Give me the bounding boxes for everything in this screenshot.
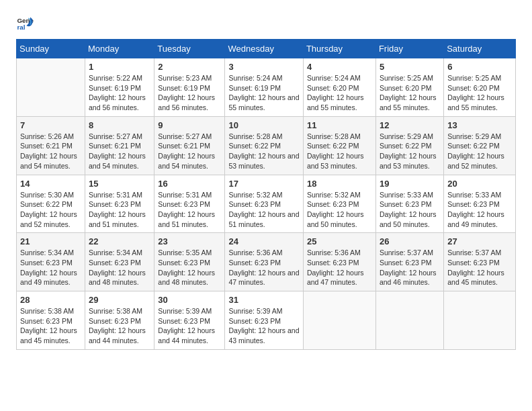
day-cell [375,291,443,350]
day-cell: 28Sunrise: 5:38 AMSunset: 6:23 PMDayligh… [17,291,85,350]
week-row-3: 14Sunrise: 5:30 AMSunset: 6:22 PMDayligh… [17,175,516,233]
day-cell: 16Sunrise: 5:31 AMSunset: 6:23 PMDayligh… [154,175,225,233]
day-info: Sunrise: 5:24 AMSunset: 6:20 PMDaylight:… [307,73,372,113]
day-info: Sunrise: 5:28 AMSunset: 6:22 PMDaylight:… [228,132,299,171]
day-cell [444,291,516,350]
day-number: 12 [380,120,440,130]
day-cell: 12Sunrise: 5:29 AMSunset: 6:22 PMDayligh… [375,116,443,175]
day-info: Sunrise: 5:27 AMSunset: 6:21 PMDaylight:… [158,132,221,171]
day-cell: 2Sunrise: 5:23 AMSunset: 6:19 PMDaylight… [154,58,225,117]
page-header: Gene ral [16,13,516,32]
day-cell: 27Sunrise: 5:37 AMSunset: 6:23 PMDayligh… [444,233,516,291]
day-cell: 25Sunrise: 5:36 AMSunset: 6:23 PMDayligh… [303,233,375,291]
day-info: Sunrise: 5:32 AMSunset: 6:23 PMDaylight:… [228,190,299,230]
day-number: 17 [228,179,299,189]
day-number: 30 [158,295,221,305]
day-info: Sunrise: 5:34 AMSunset: 6:23 PMDaylight:… [20,248,81,287]
day-cell: 20Sunrise: 5:33 AMSunset: 6:23 PMDayligh… [444,175,516,233]
day-info: Sunrise: 5:33 AMSunset: 6:23 PMDaylight:… [380,190,440,230]
column-header-wednesday: Wednesday [225,40,303,58]
column-header-thursday: Thursday [303,40,375,58]
day-cell: 1Sunrise: 5:22 AMSunset: 6:19 PMDaylight… [85,58,154,117]
day-cell: 8Sunrise: 5:27 AMSunset: 6:21 PMDaylight… [85,116,154,175]
week-row-2: 7Sunrise: 5:26 AMSunset: 6:21 PMDaylight… [17,116,516,175]
day-cell: 26Sunrise: 5:37 AMSunset: 6:23 PMDayligh… [375,233,443,291]
day-info: Sunrise: 5:36 AMSunset: 6:23 PMDaylight:… [307,248,372,287]
day-cell: 21Sunrise: 5:34 AMSunset: 6:23 PMDayligh… [17,233,85,291]
day-info: Sunrise: 5:25 AMSunset: 6:20 PMDaylight:… [380,73,440,113]
day-cell: 19Sunrise: 5:33 AMSunset: 6:23 PMDayligh… [375,175,443,233]
day-number: 18 [307,179,372,189]
week-row-4: 21Sunrise: 5:34 AMSunset: 6:23 PMDayligh… [17,233,516,291]
day-info: Sunrise: 5:39 AMSunset: 6:23 PMDaylight:… [228,306,299,346]
day-cell: 15Sunrise: 5:31 AMSunset: 6:23 PMDayligh… [85,175,154,233]
day-info: Sunrise: 5:34 AMSunset: 6:23 PMDaylight:… [89,248,150,287]
day-info: Sunrise: 5:27 AMSunset: 6:21 PMDaylight:… [89,132,150,171]
column-header-sunday: Sunday [17,40,85,58]
day-number: 28 [20,295,81,305]
day-number: 11 [307,120,372,130]
day-number: 15 [89,179,150,189]
day-number: 5 [380,62,440,72]
day-cell: 13Sunrise: 5:29 AMSunset: 6:22 PMDayligh… [444,116,516,175]
svg-text:ral: ral [17,24,25,31]
day-number: 24 [228,236,299,246]
day-number: 7 [20,120,81,130]
day-info: Sunrise: 5:28 AMSunset: 6:22 PMDaylight:… [307,132,372,171]
day-info: Sunrise: 5:35 AMSunset: 6:23 PMDaylight:… [158,248,221,287]
day-cell: 31Sunrise: 5:39 AMSunset: 6:23 PMDayligh… [225,291,303,350]
day-cell: 5Sunrise: 5:25 AMSunset: 6:20 PMDaylight… [375,58,443,117]
day-number: 10 [228,120,299,130]
day-info: Sunrise: 5:22 AMSunset: 6:19 PMDaylight:… [89,73,150,113]
column-header-tuesday: Tuesday [154,40,225,58]
day-cell: 18Sunrise: 5:32 AMSunset: 6:23 PMDayligh… [303,175,375,233]
day-number: 21 [20,236,81,246]
day-info: Sunrise: 5:25 AMSunset: 6:20 PMDaylight:… [447,73,512,113]
day-cell: 7Sunrise: 5:26 AMSunset: 6:21 PMDaylight… [17,116,85,175]
day-cell [17,58,85,117]
day-cell: 23Sunrise: 5:35 AMSunset: 6:23 PMDayligh… [154,233,225,291]
day-number: 26 [380,236,440,246]
day-info: Sunrise: 5:33 AMSunset: 6:23 PMDaylight:… [447,190,512,230]
header-row: SundayMondayTuesdayWednesdayThursdayFrid… [17,40,516,58]
day-cell: 10Sunrise: 5:28 AMSunset: 6:22 PMDayligh… [225,116,303,175]
day-info: Sunrise: 5:32 AMSunset: 6:23 PMDaylight:… [307,190,372,230]
day-cell: 22Sunrise: 5:34 AMSunset: 6:23 PMDayligh… [85,233,154,291]
day-number: 1 [89,62,150,72]
day-info: Sunrise: 5:38 AMSunset: 6:23 PMDaylight:… [89,306,150,346]
day-cell: 24Sunrise: 5:36 AMSunset: 6:23 PMDayligh… [225,233,303,291]
day-number: 27 [447,236,512,246]
day-number: 31 [228,295,299,305]
day-number: 4 [307,62,372,72]
day-info: Sunrise: 5:29 AMSunset: 6:22 PMDaylight:… [380,132,440,171]
day-number: 3 [228,62,299,72]
day-cell: 14Sunrise: 5:30 AMSunset: 6:22 PMDayligh… [17,175,85,233]
day-number: 14 [20,179,81,189]
calendar-table: SundayMondayTuesdayWednesdayThursdayFrid… [16,39,516,350]
day-number: 2 [158,62,221,72]
day-number: 8 [89,120,150,130]
day-info: Sunrise: 5:31 AMSunset: 6:23 PMDaylight:… [158,190,221,230]
day-info: Sunrise: 5:39 AMSunset: 6:23 PMDaylight:… [158,306,221,346]
day-cell: 3Sunrise: 5:24 AMSunset: 6:19 PMDaylight… [225,58,303,117]
day-info: Sunrise: 5:37 AMSunset: 6:23 PMDaylight:… [380,248,440,287]
day-info: Sunrise: 5:26 AMSunset: 6:21 PMDaylight:… [20,132,81,171]
day-cell: 11Sunrise: 5:28 AMSunset: 6:22 PMDayligh… [303,116,375,175]
column-header-friday: Friday [375,40,443,58]
column-header-monday: Monday [85,40,154,58]
week-row-5: 28Sunrise: 5:38 AMSunset: 6:23 PMDayligh… [17,291,516,350]
day-number: 23 [158,236,221,246]
day-number: 29 [89,295,150,305]
day-number: 13 [447,120,512,130]
column-header-saturday: Saturday [444,40,516,58]
day-number: 25 [307,236,372,246]
day-number: 22 [89,236,150,246]
day-info: Sunrise: 5:29 AMSunset: 6:22 PMDaylight:… [447,132,512,171]
day-number: 6 [447,62,512,72]
day-info: Sunrise: 5:38 AMSunset: 6:23 PMDaylight:… [20,306,81,346]
day-info: Sunrise: 5:24 AMSunset: 6:19 PMDaylight:… [228,73,299,113]
day-cell: 30Sunrise: 5:39 AMSunset: 6:23 PMDayligh… [154,291,225,350]
day-cell: 4Sunrise: 5:24 AMSunset: 6:20 PMDaylight… [303,58,375,117]
day-info: Sunrise: 5:37 AMSunset: 6:23 PMDaylight:… [447,248,512,287]
day-info: Sunrise: 5:31 AMSunset: 6:23 PMDaylight:… [89,190,150,230]
